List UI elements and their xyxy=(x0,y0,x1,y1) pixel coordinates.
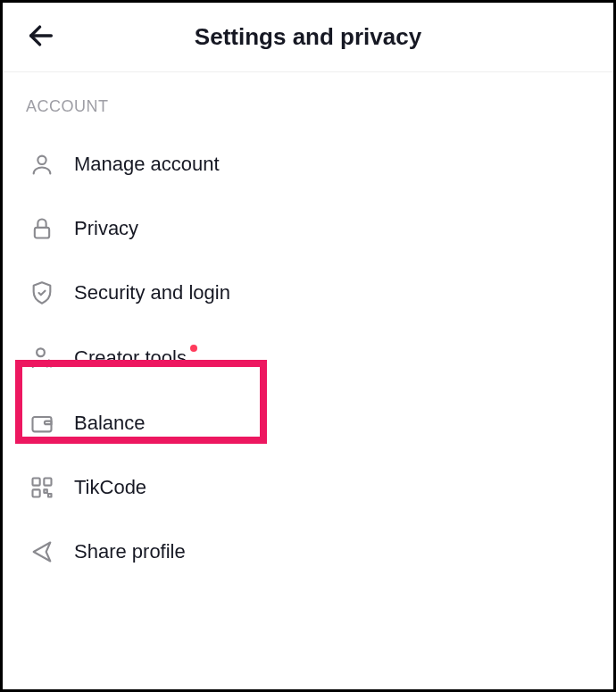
item-label: TikCode xyxy=(74,476,146,499)
notification-dot-icon xyxy=(190,345,197,352)
privacy-item[interactable]: Privacy xyxy=(26,196,590,261)
back-arrow-icon xyxy=(26,21,56,51)
balance-item[interactable]: Balance xyxy=(26,391,590,455)
qr-icon xyxy=(29,475,62,500)
person-icon xyxy=(29,152,62,177)
svg-point-3 xyxy=(37,348,45,356)
svg-rect-2 xyxy=(35,228,49,238)
item-label: Security and login xyxy=(74,281,230,304)
svg-rect-6 xyxy=(44,479,51,486)
section-label: ACCOUNT xyxy=(26,97,590,116)
svg-point-1 xyxy=(37,156,46,164)
item-label: Manage account xyxy=(74,153,220,176)
shield-icon xyxy=(29,280,62,305)
page-title: Settings and privacy xyxy=(21,23,595,51)
account-section: ACCOUNT Manage account Privacy Security … xyxy=(3,72,613,584)
creator-tools-text: Creator tools xyxy=(74,346,187,369)
manage-account-item[interactable]: Manage account xyxy=(26,132,590,196)
item-label: Creator tools xyxy=(74,346,187,370)
svg-rect-5 xyxy=(33,479,40,486)
security-item[interactable]: Security and login xyxy=(26,261,590,325)
item-label: Balance xyxy=(74,412,146,435)
back-button[interactable] xyxy=(26,21,56,54)
share-icon xyxy=(29,539,62,564)
tikcode-item[interactable]: TikCode xyxy=(26,455,590,520)
creator-tools-item[interactable]: Creator tools xyxy=(26,325,590,391)
lock-icon xyxy=(29,216,62,241)
item-label: Share profile xyxy=(74,540,186,563)
item-label: Privacy xyxy=(74,217,138,240)
person-star-icon xyxy=(29,345,62,371)
header: Settings and privacy xyxy=(3,3,613,72)
svg-rect-7 xyxy=(33,489,40,496)
share-profile-item[interactable]: Share profile xyxy=(26,520,590,584)
wallet-icon xyxy=(29,411,62,436)
